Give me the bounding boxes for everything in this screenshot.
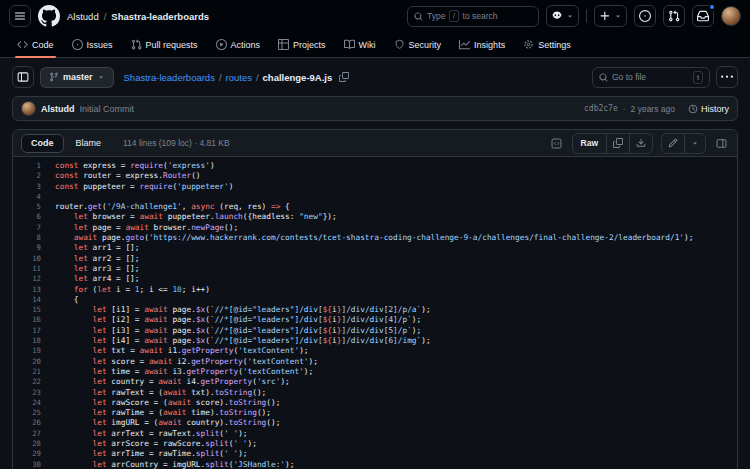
line-number[interactable]: 15 [13, 305, 55, 315]
tab-blame-view[interactable]: Blame [66, 134, 112, 153]
line-number[interactable]: 7 [13, 223, 55, 233]
file-toolbar: master Shastra-leaderboards / routes / c… [12, 66, 738, 88]
commit-author-link[interactable]: Alstudd [41, 104, 75, 114]
search-placeholder-before: Type [427, 11, 445, 21]
copilot-menu-button[interactable] [546, 5, 579, 27]
code-line: 15 let [i1] = await page.$x(`//*[@id="le… [13, 305, 737, 315]
branch-name: master [63, 72, 93, 82]
outline-panel-toggle-button[interactable] [714, 136, 729, 151]
commit-author-avatar[interactable] [21, 101, 36, 116]
file-view-header: Code Blame 114 lines (109 loc) · 4.81 KB… [13, 130, 737, 157]
line-number[interactable]: 10 [13, 254, 55, 264]
line-number[interactable]: 1 [13, 161, 55, 171]
line-number[interactable]: 11 [13, 264, 55, 274]
tab-settings[interactable]: Settings [516, 32, 578, 57]
table-icon [278, 39, 289, 50]
code-line: 22 let country = await i4.getProperty('s… [13, 377, 737, 387]
line-number[interactable]: 28 [13, 439, 55, 449]
code-text: router.get('/9A-challenge1', async (req,… [55, 202, 290, 212]
breadcrumb-repo-link[interactable]: Shastra-leaderboards [111, 11, 209, 22]
tab-pull-requests[interactable]: Pull requests [124, 32, 205, 57]
github-logo[interactable] [38, 5, 60, 27]
line-number[interactable]: 3 [13, 182, 55, 192]
file-tree-toggle-button[interactable] [12, 66, 34, 88]
line-number[interactable]: 26 [13, 418, 55, 428]
tab-wiki[interactable]: Wiki [337, 32, 383, 57]
tab-security[interactable]: Security [387, 32, 449, 57]
code-line: 27 let arrText = rawText.split(' '); [13, 429, 737, 439]
inbox-icon [697, 10, 709, 22]
line-number[interactable]: 30 [13, 460, 55, 469]
copy-file-button[interactable] [606, 134, 629, 153]
tab-issues[interactable]: Issues [65, 32, 120, 57]
line-number[interactable]: 19 [13, 346, 55, 356]
download-button[interactable] [629, 134, 652, 153]
branch-selector-button[interactable]: master [40, 67, 114, 88]
issues-dashboard-button[interactable] [634, 5, 656, 27]
code-text: await page.goto('https://www.hackerrank.… [55, 233, 693, 243]
hamburger-menu-button[interactable] [9, 5, 31, 27]
line-number[interactable]: 9 [13, 243, 55, 253]
search-icon [414, 12, 423, 21]
tab-projects[interactable]: Projects [271, 32, 333, 57]
edit-button[interactable] [662, 134, 684, 153]
commit-sha-link[interactable]: cdb2c7e [584, 104, 618, 113]
line-number[interactable]: 17 [13, 326, 55, 336]
code-line: 21 let time = await i3.getProperty('text… [13, 367, 737, 377]
edit-dropdown-button[interactable] [684, 134, 705, 153]
line-number[interactable]: 27 [13, 429, 55, 439]
tab-code[interactable]: Code [10, 32, 61, 57]
line-number[interactable]: 25 [13, 408, 55, 418]
line-number[interactable]: 24 [13, 398, 55, 408]
line-number[interactable]: 22 [13, 377, 55, 387]
create-new-button[interactable] [594, 5, 627, 27]
copilot-icon [551, 10, 563, 22]
line-number[interactable]: 12 [13, 274, 55, 284]
path-repo-link[interactable]: Shastra-leaderboards [124, 72, 215, 83]
global-search-input[interactable]: Type / to search [407, 6, 539, 27]
breadcrumb-owner-link[interactable]: Alstudd [67, 11, 99, 22]
go-to-file-input[interactable]: Go to file t [592, 67, 710, 88]
line-number[interactable]: 5 [13, 202, 55, 212]
symbols-button[interactable] [549, 136, 564, 151]
graph-icon [459, 39, 470, 50]
commit-dot-separator: · [623, 104, 626, 114]
line-number[interactable]: 2 [13, 171, 55, 181]
tab-code-view[interactable]: Code [21, 134, 64, 153]
raw-button[interactable]: Raw [573, 134, 606, 153]
pull-requests-dashboard-button[interactable] [663, 5, 685, 27]
line-number[interactable]: 23 [13, 388, 55, 398]
search-placeholder-after: to search [463, 11, 498, 21]
notifications-button[interactable] [692, 5, 714, 27]
shield-icon [394, 39, 405, 50]
chevron-down-icon [614, 12, 622, 20]
commit-message-link[interactable]: Initial Commit [80, 104, 135, 114]
tab-insights[interactable]: Insights [452, 32, 512, 57]
line-number[interactable]: 16 [13, 315, 55, 325]
line-number[interactable]: 4 [13, 192, 55, 202]
code-text: { [55, 295, 78, 305]
code-line: 23 let rawText = (await txt).toString(); [13, 388, 737, 398]
history-link[interactable]: History [688, 104, 729, 114]
line-number[interactable]: 8 [13, 233, 55, 243]
copy-path-button[interactable] [339, 72, 349, 82]
tab-actions[interactable]: Actions [209, 32, 268, 57]
more-options-button[interactable] [716, 66, 738, 88]
line-number[interactable]: 13 [13, 285, 55, 295]
kebab-icon [721, 71, 733, 83]
code-text: let arrTime = rawTime.split(' '); [55, 449, 248, 459]
line-number[interactable]: 20 [13, 357, 55, 367]
code-text: let txt = await i1.getProperty('textCont… [55, 346, 309, 356]
path-dir-link[interactable]: routes [226, 72, 252, 83]
tab-label: Wiki [359, 40, 376, 50]
line-number[interactable]: 6 [13, 212, 55, 222]
line-number[interactable]: 14 [13, 295, 55, 305]
code-line: 7 let page = await browser.newPage(); [13, 223, 737, 233]
copy-icon [613, 138, 623, 148]
line-number[interactable]: 29 [13, 449, 55, 459]
plus-icon [599, 10, 611, 22]
line-number[interactable]: 21 [13, 367, 55, 377]
line-number[interactable]: 18 [13, 336, 55, 346]
user-avatar[interactable] [721, 6, 741, 26]
commit-time: 2 years ago [631, 104, 675, 114]
